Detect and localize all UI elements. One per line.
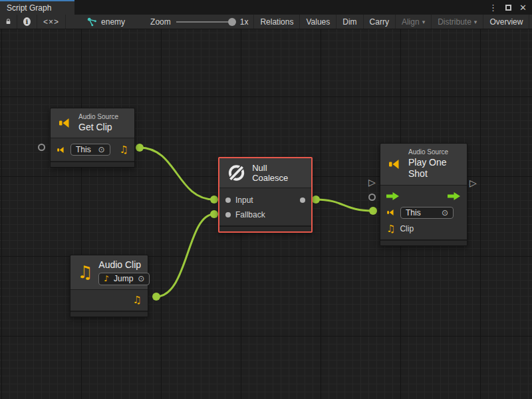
wire-endpoint[interactable] — [152, 293, 160, 301]
node-header: ♫ Audio Clip ♪ Jump ⊙ — [70, 255, 148, 290]
input-port-icon[interactable] — [225, 198, 231, 203]
info-icon: i — [23, 17, 31, 26]
wire-getclip-to-input[interactable] — [140, 148, 214, 200]
audio-source-icon — [388, 158, 402, 171]
audio-clip-input-icon[interactable]: ♫ — [386, 224, 395, 234]
audio-source-icon — [58, 116, 72, 130]
node-null-coalesce[interactable]: Null Coalesce Input Fallback — [218, 157, 313, 233]
wire-endpoint[interactable] — [369, 207, 377, 215]
node-subtitle: Audio Source — [408, 148, 460, 157]
toolbar-spacer — [66, 15, 82, 29]
toolbar-right-buttons: Relations Values Dim Carry Align ▾ Distr… — [253, 15, 532, 29]
chevron-down-icon: ▾ — [474, 19, 477, 25]
dim-button[interactable]: Dim — [336, 15, 363, 29]
input-port-row: Input — [219, 193, 311, 207]
node-footer — [70, 311, 148, 317]
node-header: Audio Source Get Clip — [51, 108, 134, 138]
play-one-shot-self-port-icon[interactable] — [368, 194, 376, 201]
node-play-one-shot[interactable]: Audio Source Play One Shot T — [380, 143, 467, 246]
wire-endpoint[interactable] — [210, 196, 218, 203]
zoom-slider[interactable] — [176, 15, 235, 29]
values-button[interactable]: Values — [300, 15, 336, 29]
graph-toolbar: i <×> enemy Zoom 1x Relations Values Dim… — [0, 15, 532, 29]
graph-name: enemy — [101, 17, 125, 27]
audio-clip-icon: ♫ — [77, 263, 92, 281]
fallback-port-label: Fallback — [235, 210, 265, 219]
menu-icon[interactable]: ⋮ — [489, 3, 497, 12]
align-button[interactable]: Align ▾ — [396, 15, 432, 29]
output-port-row: ♫ — [70, 293, 148, 308]
audio-source-icon — [386, 208, 396, 217]
close-icon[interactable]: ✕ — [519, 3, 527, 12]
clip-port-row: ♫ Clip — [380, 221, 467, 237]
flow-in-port-icon[interactable]: ▷ — [368, 178, 376, 187]
zoom-control: Zoom 1x — [145, 15, 253, 29]
output-port-icon[interactable] — [300, 198, 305, 203]
tab-label: Script Graph — [7, 3, 51, 13]
flow-port-row — [380, 188, 467, 204]
get-clip-self-port-icon[interactable] — [38, 144, 45, 151]
tab-script-graph[interactable]: Script Graph — [0, 0, 74, 15]
flow-out-port-icon[interactable]: ▷ — [469, 178, 477, 188]
audio-source-icon — [57, 146, 66, 154]
chevron-down-icon: ▾ — [422, 19, 426, 25]
this-field[interactable]: This ⊙ — [70, 144, 110, 156]
clip-value-field[interactable]: ♪ Jump ⊙ — [98, 273, 150, 285]
overview-button[interactable]: Overview — [483, 15, 529, 29]
wire-endpoint[interactable] — [210, 210, 218, 218]
zoom-slider-track[interactable] — [176, 21, 235, 23]
audio-clip-output-icon[interactable]: ♫ — [120, 145, 128, 155]
fullscreen-button[interactable]: Full Screen — [529, 15, 532, 29]
node-title: Null Coalesce — [252, 163, 304, 183]
lock-button[interactable] — [0, 15, 17, 29]
node-footer — [219, 225, 311, 231]
graph-canvas[interactable]: Audio Source Get Clip This ⊙ ♫ — [0, 29, 532, 399]
wire-endpoint[interactable] — [312, 196, 320, 203]
lock-icon — [6, 17, 11, 26]
node-title: Audio Clip — [98, 259, 150, 271]
node-audio-clip[interactable]: ♫ Audio Clip ♪ Jump ⊙ ♫ — [70, 255, 148, 317]
node-subtitle: Audio Source — [78, 113, 118, 122]
script-graph-icon — [87, 17, 97, 27]
node-get-clip[interactable]: Audio Source Get Clip This ⊙ ♫ — [50, 108, 135, 168]
input-port-label: Input — [235, 196, 253, 205]
this-port-row: This ⊙ — [380, 204, 467, 221]
fallback-port-row: Fallback — [219, 207, 311, 222]
node-header: Null Coalesce — [219, 158, 311, 188]
zoom-label: Zoom — [150, 17, 171, 27]
title-bar: Script Graph ⋮ ✕ — [0, 0, 532, 15]
this-port-row: This ⊙ ♫ — [51, 141, 134, 158]
code-view-button[interactable]: <×> — [37, 15, 66, 29]
distribute-button[interactable]: Distribute ▾ — [432, 15, 483, 29]
zoom-value: 1x — [240, 17, 249, 27]
clip-port-label: Clip — [400, 224, 414, 233]
code-icon: <×> — [43, 17, 59, 27]
wire-endpoint[interactable] — [136, 144, 144, 152]
info-button[interactable]: i — [17, 15, 37, 29]
wire-output-to-clip[interactable] — [316, 200, 372, 211]
music-note-icon: ♪ — [104, 275, 109, 283]
node-title: Get Clip — [78, 122, 118, 134]
node-footer — [380, 239, 467, 245]
wire-audioclip-to-fallback[interactable] — [156, 214, 214, 297]
relations-button[interactable]: Relations — [253, 15, 300, 29]
audio-clip-output-icon[interactable]: ♫ — [133, 295, 142, 305]
graph-breadcrumb[interactable]: enemy — [82, 15, 130, 29]
window-controls: ⋮ ✕ — [489, 0, 532, 15]
flow-out-arrow-icon[interactable] — [448, 192, 461, 200]
flow-in-arrow-icon[interactable] — [386, 192, 400, 200]
target-pick-icon[interactable]: ⊙ — [442, 208, 448, 217]
node-footer — [51, 161, 134, 167]
maximize-icon[interactable] — [505, 5, 511, 11]
target-pick-icon[interactable]: ⊙ — [98, 145, 104, 154]
zoom-slider-handle[interactable] — [228, 18, 236, 26]
null-coalesce-icon — [227, 163, 246, 183]
this-field[interactable]: This ⊙ — [400, 207, 454, 219]
target-pick-icon[interactable]: ⊙ — [138, 274, 144, 284]
node-header: Audio Source Play One Shot — [380, 144, 467, 186]
carry-button[interactable]: Carry — [364, 15, 396, 29]
node-title: Play One Shot — [408, 157, 460, 180]
fallback-port-icon[interactable] — [225, 212, 231, 217]
